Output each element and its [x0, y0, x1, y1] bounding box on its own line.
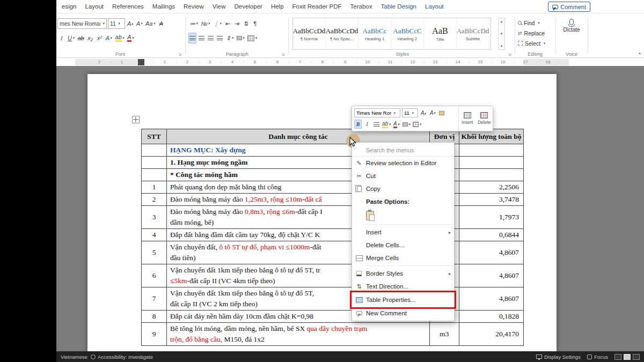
format-painter-button[interactable]: [438, 108, 445, 117]
align-right-button[interactable]: [207, 33, 215, 43]
ribbon-tab-references[interactable]: References: [108, 0, 148, 13]
cell-stt[interactable]: [142, 144, 167, 157]
grow-font-button[interactable]: A▴: [126, 18, 134, 29]
style-heading-1[interactable]: AaBbCcHeading 1: [358, 18, 391, 49]
mini-delete-button[interactable]: Delete: [476, 106, 493, 131]
cell-qty[interactable]: 4,8607: [459, 241, 524, 264]
mini-shrink-font-button[interactable]: A▾: [429, 108, 436, 117]
shrink-font-button[interactable]: A▾: [135, 18, 143, 29]
mini-highlight-button[interactable]: ab▾: [382, 120, 391, 129]
ribbon-tab-review[interactable]: Review: [179, 0, 208, 13]
menu-item-text-direction[interactable]: ⇅Text Direction...: [352, 280, 454, 293]
font-dialog-launcher[interactable]: ⇲: [178, 52, 182, 57]
menu-item-copy[interactable]: Copy: [352, 182, 454, 195]
menu-item-border-styles[interactable]: Border Styles▸: [352, 267, 454, 280]
cell-qty[interactable]: 1,7973: [459, 206, 524, 229]
comment-button[interactable]: Comment: [548, 2, 590, 12]
cell-qty[interactable]: [459, 169, 524, 181]
cell-stt[interactable]: 8: [142, 311, 167, 323]
menu-item-merge-cells[interactable]: Merge Cells: [352, 252, 454, 264]
shading-button[interactable]: ▾: [236, 33, 246, 43]
ruler[interactable]: 21···123456789101112131415161718········…: [56, 58, 644, 66]
cell-stt[interactable]: 1: [142, 181, 167, 194]
cell-qty[interactable]: 20,4170: [459, 323, 524, 346]
cell-stt[interactable]: 3: [142, 206, 167, 229]
ribbon-tab-table-design[interactable]: Table Design: [377, 0, 421, 13]
cell-qty[interactable]: 2,2506: [459, 181, 524, 194]
paste-button[interactable]: [366, 211, 374, 220]
mini-font-name-combobox[interactable]: Times New Ror▾: [354, 108, 400, 117]
accessibility-status[interactable]: Accessibility: Investigate: [91, 354, 153, 360]
mini-font-size-combobox[interactable]: 11▾: [402, 108, 418, 117]
align-center-button[interactable]: [197, 33, 206, 43]
find-button[interactable]: Find▾: [518, 18, 552, 28]
cell-qty[interactable]: 3,7478: [459, 194, 524, 206]
menu-item-insert[interactable]: Insert▸: [352, 226, 454, 239]
cell-qty[interactable]: [459, 144, 524, 157]
mini-borders-button[interactable]: ▾: [412, 120, 422, 129]
paragraph-dialog-launcher[interactable]: ⇲: [281, 52, 285, 57]
font-color-button[interactable]: A▾: [126, 33, 135, 43]
menu-item-table-properties[interactable]: Table Properties...: [352, 293, 454, 307]
cell-stt[interactable]: 2: [142, 194, 167, 206]
print-layout-button[interactable]: [624, 354, 631, 360]
subscript-button[interactable]: x₂: [86, 33, 94, 43]
ribbon-tab-mailings[interactable]: Mailings: [148, 0, 179, 13]
cell-stt[interactable]: 5: [142, 241, 167, 264]
mini-shading-button[interactable]: ▾: [402, 120, 411, 129]
ribbon-tab-developer[interactable]: Developer: [230, 0, 266, 13]
style-subtitle[interactable]: AaBbCcDdSubtitle: [457, 18, 489, 49]
focus-button[interactable]: Focus: [587, 354, 608, 360]
mini-bold-button[interactable]: B: [354, 120, 362, 129]
web-layout-button[interactable]: [633, 354, 640, 360]
table-move-handle-icon[interactable]: [132, 116, 140, 123]
mini-styles-button[interactable]: [372, 120, 380, 129]
cell-qty[interactable]: 4,8607: [459, 287, 524, 311]
style-no-spac[interactable]: AaBbCcDd¶ No Spac...: [326, 18, 358, 49]
ribbon-tab-foxit-reader-pdf[interactable]: Foxit Reader PDF: [288, 0, 346, 13]
styles-dialog-launcher[interactable]: ⇲: [508, 52, 511, 57]
style-heading-2[interactable]: AaBbCcCHeading 2: [391, 18, 424, 49]
cell-stt[interactable]: 6: [142, 264, 167, 287]
highlight-color-button[interactable]: ab▾: [114, 33, 126, 43]
header-stt[interactable]: STT: [142, 129, 167, 144]
increase-indent-button[interactable]: ⇥: [232, 18, 240, 29]
ribbon-tab-help[interactable]: Help: [267, 0, 288, 13]
replace-button[interactable]: ⇄Replace: [518, 28, 552, 38]
cell-qty[interactable]: 0,6844: [459, 229, 524, 241]
mini-insert-button[interactable]: Insert: [459, 106, 476, 131]
dictate-button[interactable]: Dictate: [559, 19, 584, 33]
cell-qty[interactable]: 0,1828: [459, 311, 524, 323]
mini-grow-font-button[interactable]: A▴: [420, 108, 427, 117]
collapse-ribbon-button[interactable]: ▴: [639, 50, 641, 55]
text-effects-button[interactable]: A▾: [105, 33, 113, 43]
cell-stt[interactable]: 4: [142, 229, 167, 241]
decrease-indent-button[interactable]: ⇤: [223, 18, 231, 29]
indent-marker[interactable]: [138, 59, 144, 65]
ribbon-tab-esign[interactable]: esign: [57, 0, 81, 13]
sort-button[interactable]: ⇅: [241, 18, 250, 29]
clear-formatting-button[interactable]: A: [157, 18, 165, 29]
superscript-button[interactable]: x²: [96, 33, 104, 43]
cell-stt[interactable]: 9: [142, 323, 167, 346]
menu-search-input[interactable]: Search the menus: [352, 144, 454, 157]
cell-stt[interactable]: 7: [142, 287, 167, 311]
borders-button[interactable]: ▾: [246, 33, 258, 43]
change-case-button[interactable]: Aa▾: [144, 18, 156, 29]
font-size-combobox[interactable]: 11▾: [108, 18, 125, 29]
cell-stt[interactable]: [142, 169, 167, 181]
mini-font-color-button[interactable]: A▾: [393, 120, 400, 129]
select-button[interactable]: Select▾: [518, 38, 552, 48]
styles-gallery-scrollbar[interactable]: ▴ ▾ ▾: [498, 18, 505, 50]
underline-button[interactable]: U▾: [67, 33, 75, 43]
align-left-button[interactable]: [188, 33, 196, 43]
ribbon-tab-layout[interactable]: Layout: [81, 0, 108, 13]
menu-item-new-comment[interactable]: New Comment: [352, 307, 454, 320]
ribbon-tab-layout[interactable]: Layout: [421, 0, 448, 13]
cell-name[interactable]: Bê tông lót móng, dầm móng, nền hầm, bể …: [167, 323, 430, 346]
numbering-button[interactable]: №▾: [200, 18, 211, 29]
cell-unit[interactable]: m3: [430, 323, 459, 346]
italic-button[interactable]: I: [57, 33, 65, 43]
menu-item-delete-cells[interactable]: Delete Cells...: [352, 239, 454, 252]
justify-button[interactable]: [216, 33, 224, 43]
